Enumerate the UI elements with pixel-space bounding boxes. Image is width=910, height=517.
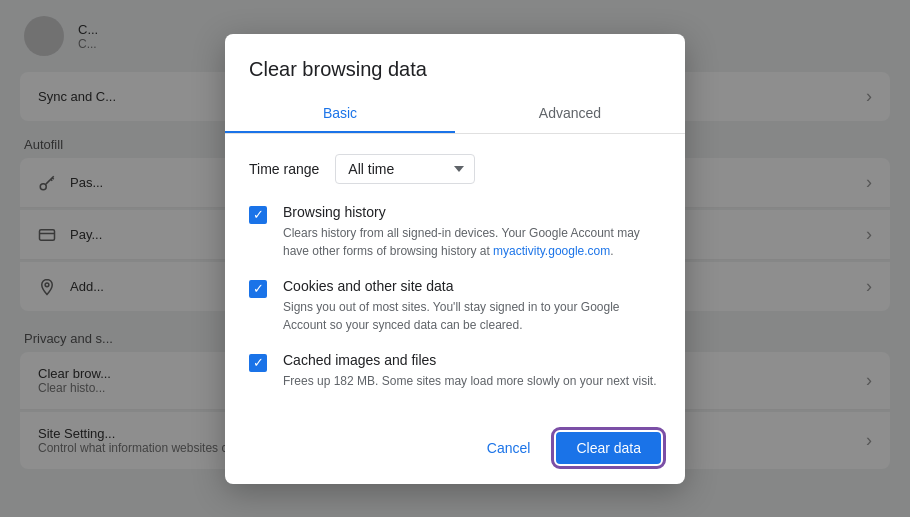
cookies-checkbox[interactable]: ✓ — [249, 280, 267, 298]
time-range-row: Time range All time Last hour Last 24 ho… — [249, 154, 661, 184]
cancel-button[interactable]: Cancel — [471, 432, 547, 464]
dialog-title: Clear browsing data — [225, 34, 685, 93]
dialog-content: Time range All time Last hour Last 24 ho… — [225, 134, 685, 416]
dialog-footer: Cancel Clear data — [225, 416, 685, 484]
clear-data-button[interactable]: Clear data — [556, 432, 661, 464]
cached-desc: Frees up 182 MB. Some sites may load mor… — [283, 372, 656, 390]
cookies-desc: Signs you out of most sites. You'll stay… — [283, 298, 661, 334]
cached-checkbox-wrap[interactable]: ✓ — [249, 354, 267, 372]
tab-advanced[interactable]: Advanced — [455, 93, 685, 133]
modal-overlay: Clear browsing data Basic Advanced Time … — [0, 0, 910, 517]
check-icon-2: ✓ — [253, 282, 264, 295]
time-range-select[interactable]: All time Last hour Last 24 hours Last 7 … — [335, 154, 475, 184]
cached-checkbox[interactable]: ✓ — [249, 354, 267, 372]
browsing-history-item: ✓ Browsing history Clears history from a… — [249, 204, 661, 260]
cookies-title: Cookies and other site data — [283, 278, 661, 294]
cached-text: Cached images and files Frees up 182 MB.… — [283, 352, 656, 390]
clear-browsing-data-dialog: Clear browsing data Basic Advanced Time … — [225, 34, 685, 484]
browsing-history-text: Browsing history Clears history from all… — [283, 204, 661, 260]
cached-title: Cached images and files — [283, 352, 656, 368]
browsing-history-desc-suffix: . — [610, 244, 613, 258]
check-icon: ✓ — [253, 208, 264, 221]
browsing-history-desc: Clears history from all signed-in device… — [283, 224, 661, 260]
check-icon-3: ✓ — [253, 356, 264, 369]
browsing-history-checkbox[interactable]: ✓ — [249, 206, 267, 224]
cookies-item: ✓ Cookies and other site data Signs you … — [249, 278, 661, 334]
browsing-history-title: Browsing history — [283, 204, 661, 220]
cached-item: ✓ Cached images and files Frees up 182 M… — [249, 352, 661, 390]
browsing-history-checkbox-wrap[interactable]: ✓ — [249, 206, 267, 224]
cookies-text: Cookies and other site data Signs you ou… — [283, 278, 661, 334]
cookies-checkbox-wrap[interactable]: ✓ — [249, 280, 267, 298]
tab-basic[interactable]: Basic — [225, 93, 455, 133]
time-range-label: Time range — [249, 161, 319, 177]
dialog-tabs: Basic Advanced — [225, 93, 685, 134]
myactivity-link[interactable]: myactivity.google.com — [493, 244, 610, 258]
